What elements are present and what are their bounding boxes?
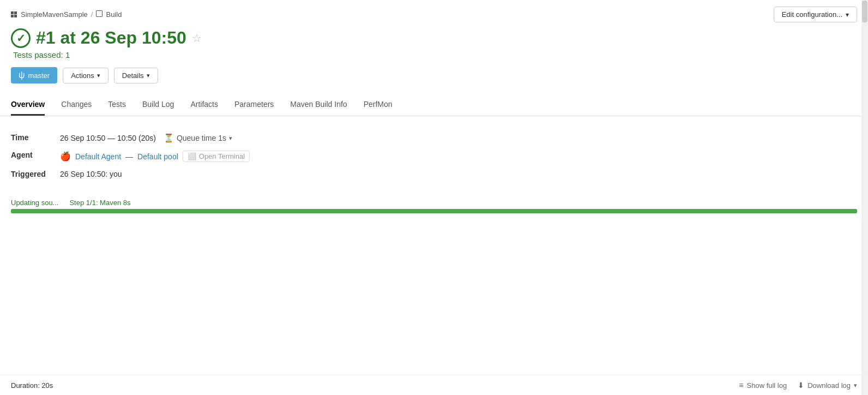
duration-text: Duration: 20s [11, 381, 53, 390]
queue-time[interactable]: ⏳ Queue time 1s ▾ [164, 133, 232, 143]
tab-changes[interactable]: Changes [61, 100, 92, 116]
time-label: Time [11, 129, 60, 147]
scrollbar[interactable] [861, 0, 868, 395]
show-full-log-button[interactable]: ≡ Show full log [739, 381, 787, 390]
download-chevron-icon: ▾ [854, 382, 857, 389]
tab-build-log[interactable]: Build Log [142, 100, 174, 116]
show-full-log-label: Show full log [747, 381, 787, 390]
tab-overview[interactable]: Overview [11, 100, 45, 116]
time-row: Time 26 Sep 10:50 — 10:50 (20s) ⏳ Queue … [11, 129, 257, 147]
star-icon[interactable]: ☆ [192, 32, 202, 45]
agent-separator: — [125, 152, 133, 161]
project-icon [11, 11, 17, 17]
actions-label: Actions [71, 71, 94, 80]
bottom-bar: Duration: 20s ≡ Show full log ⬇ Download… [0, 375, 868, 395]
open-terminal-button[interactable]: ⬜ Open Terminal [183, 151, 250, 162]
agent-row: Agent 🍎 Default Agent — Default pool ⬜ O… [11, 147, 257, 166]
chevron-down-icon: ▾ [846, 11, 849, 19]
tab-perfmon[interactable]: PerfMon [364, 100, 393, 116]
queue-time-chevron: ▾ [229, 135, 232, 142]
bottom-actions: ≡ Show full log ⬇ Download log ▾ [739, 381, 857, 390]
progress-area: Updating sou... Step 1/1: Maven 8s [0, 199, 868, 213]
terminal-icon: ⬜ [188, 152, 196, 160]
progress-updating-label[interactable]: Updating sou... [11, 199, 58, 207]
agent-label: Agent [11, 147, 60, 166]
download-icon: ⬇ [798, 381, 804, 390]
master-button[interactable]: ψ master [11, 67, 57, 83]
time-value-cell: 26 Sep 10:50 — 10:50 (20s) ⏳ Queue time … [60, 129, 257, 147]
build-title: ✓ #1 at 26 Sep 10:50 ☆ [11, 28, 857, 48]
edit-configuration-button[interactable]: Edit configuration... ▾ [774, 7, 857, 22]
details-button[interactable]: Details ▾ [114, 68, 158, 83]
agent-pool-link[interactable]: Default pool [137, 152, 178, 161]
agent-value-cell: 🍎 Default Agent — Default pool ⬜ Open Te… [60, 147, 257, 166]
triggered-label: Triggered [11, 166, 60, 182]
tab-artifacts[interactable]: Artifacts [190, 100, 218, 116]
action-buttons: ψ master Actions ▾ Details ▾ [0, 67, 868, 83]
download-log-button[interactable]: ⬇ Download log ▾ [798, 381, 857, 390]
queue-time-label: Queue time 1s [177, 134, 226, 142]
info-table: Time 26 Sep 10:50 — 10:50 (20s) ⏳ Queue … [11, 129, 257, 182]
overview-content: Time 26 Sep 10:50 — 10:50 (20s) ⏳ Queue … [0, 116, 868, 182]
breadcrumb-separator: / [91, 10, 93, 19]
actions-chevron-icon: ▾ [97, 72, 100, 79]
details-chevron-icon: ▾ [147, 72, 150, 79]
build-title-text: #1 at 26 Sep 10:50 [36, 28, 186, 48]
page-wrapper: SimpleMavenSample / Build Edit configura… [0, 0, 868, 395]
top-bar: SimpleMavenSample / Build Edit configura… [0, 0, 868, 22]
breadcrumb-project[interactable]: SimpleMavenSample [21, 10, 88, 19]
success-icon: ✓ [11, 28, 31, 48]
tab-tests[interactable]: Tests [108, 100, 126, 116]
actions-button[interactable]: Actions ▾ [63, 68, 108, 83]
branch-icon: ψ [19, 70, 25, 80]
tab-parameters[interactable]: Parameters [234, 100, 274, 116]
tests-passed: Tests passed: 1 [11, 50, 857, 59]
log-icon: ≡ [739, 381, 743, 390]
build-header: ✓ #1 at 26 Sep 10:50 ☆ Tests passed: 1 [0, 22, 868, 59]
hourglass-icon: ⏳ [164, 133, 174, 143]
progress-bar-fill [11, 209, 857, 213]
breadcrumb-item[interactable]: Build [106, 10, 122, 19]
triggered-value: 26 Sep 10:50: you [60, 166, 257, 182]
time-value: 26 Sep 10:50 — 10:50 (20s) [60, 134, 156, 142]
agent-name-link[interactable]: Default Agent [75, 152, 121, 161]
progress-labels: Updating sou... Step 1/1: Maven 8s [11, 199, 857, 207]
progress-bar-container [11, 209, 857, 213]
open-terminal-label: Open Terminal [199, 152, 245, 160]
breadcrumb: SimpleMavenSample / Build [11, 10, 122, 19]
tab-maven-build-info[interactable]: Maven Build Info [290, 100, 347, 116]
breadcrumb-build-icon [96, 10, 103, 19]
apple-icon: 🍎 [60, 151, 71, 161]
details-label: Details [122, 71, 144, 80]
master-label: master [28, 71, 50, 80]
triggered-row: Triggered 26 Sep 10:50: you [11, 166, 257, 182]
scrollbar-thumb[interactable] [862, 1, 867, 22]
progress-step-label[interactable]: Step 1/1: Maven 8s [69, 199, 130, 207]
download-log-label: Download log [807, 381, 851, 390]
tabs-container: Overview Changes Tests Build Log Artifac… [0, 89, 868, 116]
edit-config-label: Edit configuration... [782, 10, 842, 19]
